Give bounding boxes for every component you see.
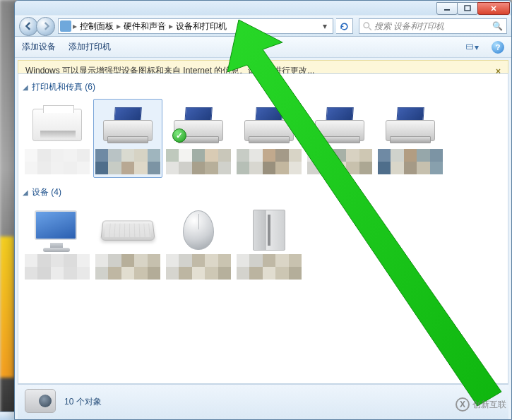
item-label (166, 254, 231, 280)
add-printer-button[interactable]: 添加打印机 (69, 41, 111, 53)
item-label (25, 254, 90, 280)
collapse-icon[interactable]: ◢ (23, 83, 28, 91)
minimize-button[interactable] (436, 2, 458, 15)
content-pane[interactable]: ◢ 打印机和传真 (6) ✓ ◢ 设备 (4) (18, 73, 508, 384)
printer-item[interactable] (376, 99, 445, 178)
search-placeholder: 搜索 设备和打印机 (374, 20, 491, 32)
devices-icon (60, 20, 71, 32)
group-header-printers[interactable]: ◢ 打印机和传真 (6) (23, 81, 504, 93)
svg-rect-2 (467, 44, 473, 49)
crumb-hardware-sound[interactable]: 硬件和声音 (121, 20, 169, 32)
command-bar: 添加设备 添加打印机 ▾ ? (15, 37, 511, 58)
devices-group (23, 204, 504, 283)
svg-rect-0 (465, 6, 470, 11)
printer-item[interactable] (234, 99, 304, 178)
nav-bar: ▸ 控制面板 ▸ 硬件和声音 ▸ 设备和打印机 ▾ 搜索 设备和打印机 🔍 (15, 16, 511, 37)
item-label (95, 149, 160, 174)
search-icon (362, 21, 372, 31)
printers-group: ✓ (23, 99, 504, 178)
watermark-logo-icon: X (456, 397, 470, 412)
search-input[interactable]: 搜索 设备和打印机 🔍 (359, 18, 507, 34)
collapse-icon[interactable]: ◢ (23, 188, 28, 196)
item-label (307, 149, 372, 174)
details-pane: 10 个对象 (18, 384, 508, 419)
help-button[interactable]: ? (492, 41, 504, 54)
title-bar[interactable] (15, 1, 511, 16)
monitor-item[interactable] (23, 204, 92, 283)
group-title: 打印机和传真 (6) (32, 81, 95, 93)
crumb-control-panel[interactable]: 控制面板 (77, 20, 117, 32)
watermark: X 创新互联 (456, 397, 506, 412)
group-header-devices[interactable]: ◢ 设备 (4) (23, 186, 504, 198)
explorer-window: ▸ 控制面板 ▸ 硬件和声音 ▸ 设备和打印机 ▾ 搜索 设备和打印机 🔍 添加… (14, 0, 512, 420)
view-options-button[interactable]: ▾ (466, 41, 479, 54)
back-button[interactable] (19, 17, 38, 36)
item-label (95, 254, 160, 280)
status-thumbnail (25, 389, 57, 416)
forward-button[interactable] (36, 17, 55, 36)
item-label (25, 149, 90, 174)
printer-item[interactable]: ✓ (164, 99, 233, 178)
close-button[interactable] (477, 2, 510, 15)
search-go-icon[interactable]: 🔍 (491, 21, 504, 31)
mouse-item[interactable] (164, 204, 233, 283)
add-device-button[interactable]: 添加设备 (22, 41, 56, 53)
camera-icon (25, 389, 56, 413)
keyboard-item[interactable] (93, 204, 162, 283)
object-count: 10 个对象 (64, 396, 102, 408)
refresh-button[interactable] (336, 18, 353, 34)
item-label (237, 254, 302, 280)
item-label (378, 149, 443, 174)
maximize-button[interactable] (457, 2, 478, 15)
fax-item[interactable] (23, 99, 92, 178)
item-label (166, 149, 231, 174)
printer-item[interactable] (305, 99, 374, 178)
svg-point-1 (364, 23, 369, 28)
group-title: 设备 (4) (32, 186, 61, 198)
watermark-text: 创新互联 (472, 399, 506, 411)
address-dropdown[interactable]: ▾ (318, 21, 331, 31)
drive-item[interactable] (234, 204, 304, 283)
printer-item[interactable] (93, 99, 162, 178)
crumb-devices-printers[interactable]: 设备和打印机 (173, 20, 230, 32)
item-label (237, 149, 302, 174)
address-bar[interactable]: ▸ 控制面板 ▸ 硬件和声音 ▸ 设备和打印机 ▾ (58, 18, 333, 34)
